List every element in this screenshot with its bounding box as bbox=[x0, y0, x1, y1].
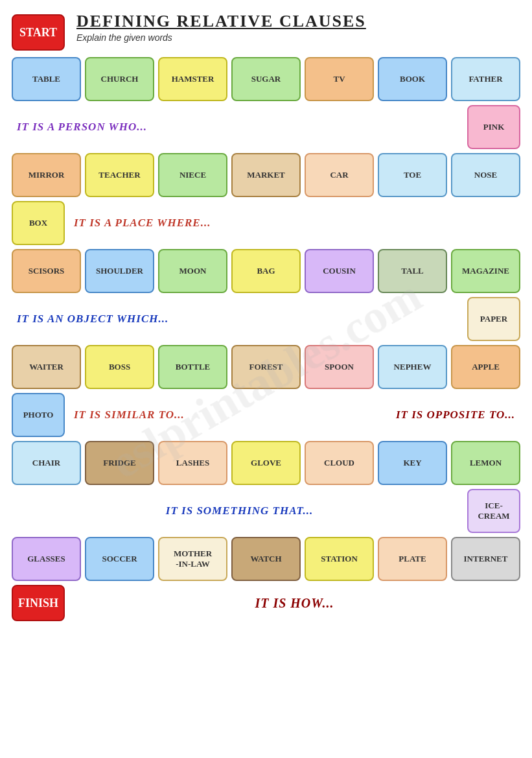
cell-internet: INTERNET bbox=[451, 537, 520, 581]
hint4-row: PHOTO IT IS SIMILAR TO... IT IS OPPOSITE… bbox=[12, 393, 520, 437]
start-button: START bbox=[12, 14, 65, 51]
row6: GLASSESSOCCERMOTHER -IN-LAWWATCHSTATIONP… bbox=[12, 537, 520, 581]
cell-cloud: CLOUD bbox=[305, 441, 374, 485]
bottom-row: FINISH IT IS HOW... bbox=[12, 585, 520, 621]
page-title: Defining Relative Clauses bbox=[76, 12, 366, 31]
hint5-row: IT IS SOMETHING THAT... ICE- CREAM bbox=[12, 489, 520, 533]
cell-forest: FOREST bbox=[231, 345, 301, 389]
cell-bottle: BOTTLE bbox=[158, 345, 227, 389]
cell-chair: CHAIR bbox=[12, 441, 81, 485]
cell-car: CAR bbox=[305, 153, 374, 197]
cell-father: FATHER bbox=[451, 57, 520, 101]
cell-moon: MOON bbox=[158, 249, 227, 293]
header-area: START Defining Relative Clauses Explain … bbox=[12, 12, 520, 51]
hint6-text: IT IS HOW... bbox=[249, 593, 339, 613]
cell-waiter: WAITER bbox=[12, 345, 81, 389]
cell-pink-extra: PINK bbox=[467, 105, 520, 149]
cell-glasses: GLASSES bbox=[12, 537, 81, 581]
hint4-center-text: IT IS SIMILAR TO... bbox=[69, 406, 190, 424]
row5: CHAIRFRIDGELASHESGLOVECLOUDKEYLEMON bbox=[12, 441, 520, 485]
cell-book: BOOK bbox=[378, 57, 447, 101]
cell-tv: TV bbox=[305, 57, 374, 101]
hint2-text: IT IS A PLACE WHERE... bbox=[69, 214, 216, 232]
cell-cousin: COUSIN bbox=[305, 249, 374, 293]
hint5-text: IT IS SOMETHING THAT... bbox=[161, 502, 318, 520]
cell-fridge: FRIDGE bbox=[85, 441, 154, 485]
hint3-text: IT IS AN OBJECT WHICH... bbox=[12, 310, 174, 328]
row2: MIRRORTEACHERNIECEMARKETCARTOENOSE bbox=[12, 153, 520, 197]
cell-box: BOX bbox=[12, 201, 65, 245]
cell-nose: NOSE bbox=[451, 153, 520, 197]
cell-church: CHURCH bbox=[85, 57, 154, 101]
finish-button: FINISH bbox=[12, 585, 65, 621]
cell-watch: WATCH bbox=[231, 537, 301, 581]
cell-nephew: NEPHEW bbox=[378, 345, 447, 389]
hint1-row: IT IS A PERSON WHO... PINK bbox=[12, 105, 520, 149]
cell-boss: BOSS bbox=[85, 345, 154, 389]
cell-motherinlaw: MOTHER -IN-LAW bbox=[158, 537, 227, 581]
cell-key: KEY bbox=[378, 441, 447, 485]
cell-scisors: SCISORS bbox=[12, 249, 81, 293]
cell-mirror: MIRROR bbox=[12, 153, 81, 197]
page: START Defining Relative Clauses Explain … bbox=[12, 12, 520, 621]
title-area: Defining Relative Clauses Explain the gi… bbox=[76, 12, 366, 43]
cell-toe: TOE bbox=[378, 153, 447, 197]
cell-tall: TALL bbox=[378, 249, 447, 293]
cell-station: STATION bbox=[305, 537, 374, 581]
row4: WAITERBOSSBOTTLEFORESTSPOONNEPHEWAPPLE bbox=[12, 345, 520, 389]
cell-apple: APPLE bbox=[451, 345, 520, 389]
hint3-row: IT IS AN OBJECT WHICH... PAPER bbox=[12, 297, 520, 341]
cell-shoulder: SHOULDER bbox=[85, 249, 154, 293]
cell-teacher: TEACHER bbox=[85, 153, 154, 197]
cell-photo: PHOTO bbox=[12, 393, 65, 437]
hint2-row: BOX IT IS A PLACE WHERE... bbox=[12, 201, 520, 245]
cell-spoon: SPOON bbox=[305, 345, 374, 389]
cell-soccer: SOCCER bbox=[85, 537, 154, 581]
subtitle: Explain the given words bbox=[76, 32, 366, 43]
cell-icecream: ICE- CREAM bbox=[467, 489, 520, 533]
row1: TABLECHURCHHAMSTERSUGARTVBOOKFATHER bbox=[12, 57, 520, 101]
cell-table: TABLE bbox=[12, 57, 81, 101]
cell-magazine: MAGAZINE bbox=[451, 249, 520, 293]
cell-paper: PAPER bbox=[467, 297, 520, 341]
cell-niece: NIECE bbox=[158, 153, 227, 197]
cell-lemon: LEMON bbox=[451, 441, 520, 485]
cell-hamster: HAMSTER bbox=[158, 57, 227, 101]
cell-market: MARKET bbox=[231, 153, 301, 197]
cell-glove: GLOVE bbox=[231, 441, 301, 485]
cell-plate: PLATE bbox=[378, 537, 447, 581]
hint1-text: IT IS A PERSON WHO... bbox=[12, 118, 152, 136]
cell-sugar: SUGAR bbox=[231, 57, 301, 101]
row3: SCISORSSHOULDERMOONBAGCOUSINTALLMAGAZINE bbox=[12, 249, 520, 293]
cell-lashes: LASHES bbox=[158, 441, 227, 485]
hint4-right-text: IT IS OPPOSITE TO... bbox=[391, 406, 520, 424]
cell-bag: BAG bbox=[231, 249, 301, 293]
